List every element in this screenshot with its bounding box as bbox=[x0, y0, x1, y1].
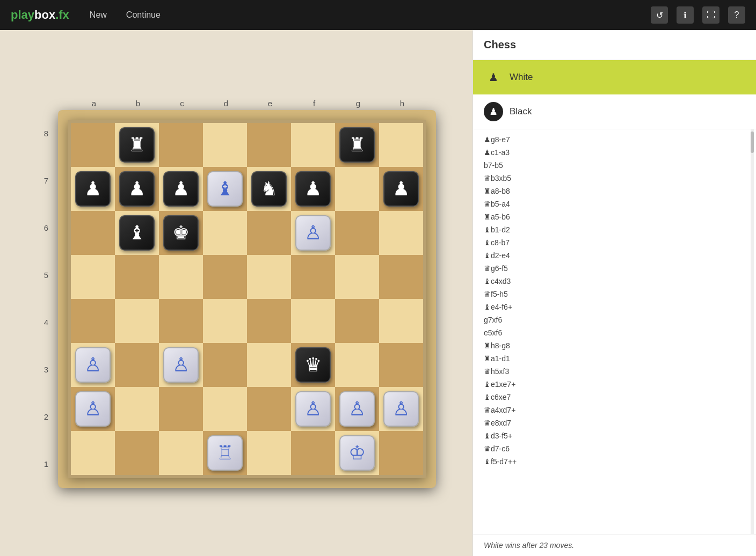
board-outer: ♜ ♜ bbox=[58, 110, 436, 488]
cell-f3[interactable]: ♛ bbox=[291, 343, 335, 387]
cell-e5[interactable] bbox=[247, 255, 291, 299]
cell-f6[interactable]: ♙ bbox=[291, 211, 335, 255]
result-text: White wins after 23 moves. bbox=[473, 534, 756, 556]
header: playbox.fx New Continue ↺ ℹ ⛶ ? bbox=[0, 0, 756, 30]
cell-c6[interactable]: ♚ bbox=[159, 211, 203, 255]
cell-a3[interactable]: ♙ bbox=[71, 343, 115, 387]
move-item: ♛g6-f5 bbox=[484, 262, 745, 274]
cell-g2[interactable]: ♙ bbox=[335, 387, 379, 431]
cell-c4[interactable] bbox=[159, 299, 203, 343]
cell-f2[interactable]: ♙ bbox=[291, 387, 335, 431]
cell-g5[interactable] bbox=[335, 255, 379, 299]
piece-g1: ♔ bbox=[339, 435, 375, 471]
info-icon[interactable]: ℹ bbox=[677, 6, 694, 24]
cell-b7[interactable]: ♟ bbox=[115, 167, 159, 211]
piece-f6: ♙ bbox=[295, 215, 331, 251]
cell-c3[interactable]: ♙ bbox=[159, 343, 203, 387]
cell-a4[interactable] bbox=[71, 299, 115, 343]
cell-d4[interactable] bbox=[203, 299, 247, 343]
cell-d6[interactable] bbox=[203, 211, 247, 255]
cell-d2[interactable] bbox=[203, 387, 247, 431]
cell-h6[interactable] bbox=[379, 211, 423, 255]
cell-a5[interactable] bbox=[71, 255, 115, 299]
cell-d3[interactable] bbox=[203, 343, 247, 387]
player-white[interactable]: ♟ White bbox=[473, 60, 756, 94]
help-icon[interactable]: ? bbox=[728, 6, 745, 24]
cell-a1[interactable] bbox=[71, 431, 115, 475]
piece-h7: ♟ bbox=[383, 171, 419, 207]
cell-h2[interactable]: ♙ bbox=[379, 387, 423, 431]
cell-e6[interactable] bbox=[247, 211, 291, 255]
cell-b1[interactable] bbox=[115, 431, 159, 475]
cell-d1[interactable]: ♖ bbox=[203, 431, 247, 475]
cell-e3[interactable] bbox=[247, 343, 291, 387]
cell-h4[interactable] bbox=[379, 299, 423, 343]
cell-c2[interactable] bbox=[159, 387, 203, 431]
cell-b3[interactable] bbox=[115, 343, 159, 387]
cell-g8[interactable]: ♜ bbox=[335, 123, 379, 167]
cell-f5[interactable] bbox=[291, 255, 335, 299]
nav-new[interactable]: New bbox=[85, 8, 111, 22]
piece-h2: ♙ bbox=[383, 391, 419, 427]
cell-b8[interactable]: ♜ bbox=[115, 123, 159, 167]
cell-h8[interactable] bbox=[379, 123, 423, 167]
move-item: ♝e1xe7+ bbox=[484, 378, 745, 390]
cell-d5[interactable] bbox=[203, 255, 247, 299]
fullscreen-icon[interactable]: ⛶ bbox=[702, 6, 719, 24]
move-list[interactable]: ♟g8-e7♟c1-a3b7-b5♛b3xb5♜a8-b8♛b5-a4♜a5-b… bbox=[473, 129, 756, 534]
cell-b5[interactable] bbox=[115, 255, 159, 299]
row-label-1: 1 bbox=[37, 442, 56, 486]
cell-e1[interactable] bbox=[247, 431, 291, 475]
cell-a7[interactable]: ♟ bbox=[71, 167, 115, 211]
move-item: ♛a4xd7+ bbox=[484, 404, 745, 416]
cell-c8[interactable] bbox=[159, 123, 203, 167]
piece-d7: ♝ bbox=[207, 171, 243, 207]
col-label-b: b bbox=[116, 99, 160, 108]
move-item: ♝f5-d7++ bbox=[484, 456, 745, 467]
cell-g1[interactable]: ♔ bbox=[335, 431, 379, 475]
cell-e4[interactable] bbox=[247, 299, 291, 343]
col-label-d: d bbox=[204, 99, 248, 108]
move-item: ♝b1-d2 bbox=[484, 224, 745, 236]
cell-c5[interactable] bbox=[159, 255, 203, 299]
cell-a2[interactable]: ♙ bbox=[71, 387, 115, 431]
cell-h3[interactable] bbox=[379, 343, 423, 387]
cell-h7[interactable]: ♟ bbox=[379, 167, 423, 211]
cell-g3[interactable] bbox=[335, 343, 379, 387]
cell-b4[interactable] bbox=[115, 299, 159, 343]
cell-d8[interactable] bbox=[203, 123, 247, 167]
piece-c3: ♙ bbox=[163, 347, 199, 383]
scroll-thumb[interactable] bbox=[751, 131, 754, 153]
cell-e2[interactable] bbox=[247, 387, 291, 431]
scroll-indicator[interactable] bbox=[751, 129, 754, 534]
chess-board[interactable]: ♜ ♜ bbox=[68, 120, 426, 478]
cell-c1[interactable] bbox=[159, 431, 203, 475]
move-item: ♝c4xd3 bbox=[484, 275, 745, 287]
piece-c7: ♟ bbox=[163, 171, 199, 207]
header-icons: ↺ ℹ ⛶ ? bbox=[651, 6, 745, 24]
cell-g7[interactable] bbox=[335, 167, 379, 211]
cell-a6[interactable] bbox=[71, 211, 115, 255]
cell-e8[interactable] bbox=[247, 123, 291, 167]
cell-f8[interactable] bbox=[291, 123, 335, 167]
cell-g4[interactable] bbox=[335, 299, 379, 343]
cell-f4[interactable] bbox=[291, 299, 335, 343]
refresh-icon[interactable]: ↺ bbox=[651, 6, 668, 24]
cell-h5[interactable] bbox=[379, 255, 423, 299]
player-white-name: White bbox=[510, 72, 533, 83]
cell-a8[interactable] bbox=[71, 123, 115, 167]
move-item: ♟c1-a3 bbox=[484, 147, 745, 158]
cell-c7[interactable]: ♟ bbox=[159, 167, 203, 211]
nav-continue[interactable]: Continue bbox=[122, 8, 165, 22]
cell-h1[interactable] bbox=[379, 431, 423, 475]
cell-f7[interactable]: ♟ bbox=[291, 167, 335, 211]
game-title: Chess bbox=[473, 30, 756, 60]
player-black[interactable]: ♟ Black bbox=[473, 94, 756, 129]
cell-f1[interactable] bbox=[291, 431, 335, 475]
cell-g6[interactable] bbox=[335, 211, 379, 255]
cell-b6[interactable]: ♝ bbox=[115, 211, 159, 255]
cell-e7[interactable]: ♞ bbox=[247, 167, 291, 211]
cell-d7[interactable]: ♝ bbox=[203, 167, 247, 211]
cell-b2[interactable] bbox=[115, 387, 159, 431]
move-item: ♝c8-b7 bbox=[484, 237, 745, 248]
